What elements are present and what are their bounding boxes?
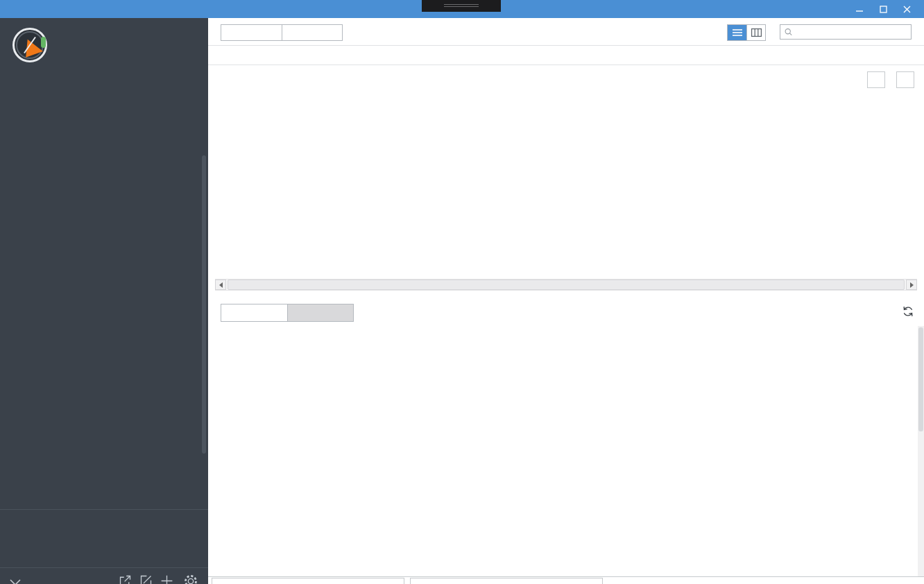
- scroll-left-arrow[interactable]: [215, 280, 226, 290]
- tab-trades[interactable]: [287, 304, 353, 321]
- plus-icon[interactable]: [160, 574, 175, 584]
- tabs-row: [208, 301, 924, 325]
- share-icon[interactable]: [118, 574, 133, 584]
- scroll-right-arrow[interactable]: [906, 280, 917, 290]
- columns-view-icon[interactable]: [746, 25, 765, 40]
- titlebar: [0, 0, 924, 18]
- search-box: [780, 24, 912, 40]
- list-view-icon[interactable]: [728, 25, 746, 40]
- maximize-button[interactable]: [871, 0, 895, 18]
- list-scrollbar[interactable]: [918, 326, 924, 576]
- profile-block[interactable]: [0, 18, 208, 74]
- main-toolbar: [208, 18, 924, 46]
- from-date-field[interactable]: [867, 71, 885, 88]
- search-icon: [785, 28, 792, 36]
- avatar: [12, 28, 47, 62]
- settings-gear-icon[interactable]: [183, 574, 198, 584]
- moneywiz-window: [0, 0, 924, 584]
- accounts-list: [0, 154, 208, 458]
- stats-row: [208, 46, 924, 65]
- view-toggle: [727, 24, 766, 41]
- footer-bar: [208, 576, 924, 584]
- scrollbar-thumb[interactable]: [228, 280, 905, 290]
- tab-portfolio[interactable]: [221, 304, 287, 321]
- compose-icon[interactable]: [139, 574, 154, 584]
- transactions-list: [208, 326, 924, 576]
- refresh-icon[interactable]: [902, 305, 916, 319]
- search-input[interactable]: [796, 27, 907, 37]
- range-selector: [208, 69, 924, 90]
- add-transaction-button[interactable]: [898, 579, 914, 584]
- navigator-scrollbar: [215, 279, 917, 291]
- close-button[interactable]: [895, 0, 918, 18]
- footer-change-box[interactable]: [410, 578, 603, 584]
- sort-button[interactable]: [221, 25, 282, 40]
- chart-navigator[interactable]: [215, 247, 917, 279]
- sidebar-footer: [0, 567, 208, 584]
- performance-chart[interactable]: [215, 104, 917, 237]
- to-date-field[interactable]: [896, 71, 914, 88]
- screen-notch: [422, 0, 501, 12]
- filters-button[interactable]: [282, 25, 342, 40]
- sidebar: [0, 18, 208, 584]
- footer-cash-box[interactable]: [212, 578, 404, 584]
- main-panel: [208, 18, 924, 584]
- summary-block: [0, 509, 208, 515]
- sidebar-scrollbar[interactable]: [202, 155, 206, 454]
- chevron-down-icon[interactable]: [10, 576, 21, 584]
- minimize-button[interactable]: [848, 0, 871, 18]
